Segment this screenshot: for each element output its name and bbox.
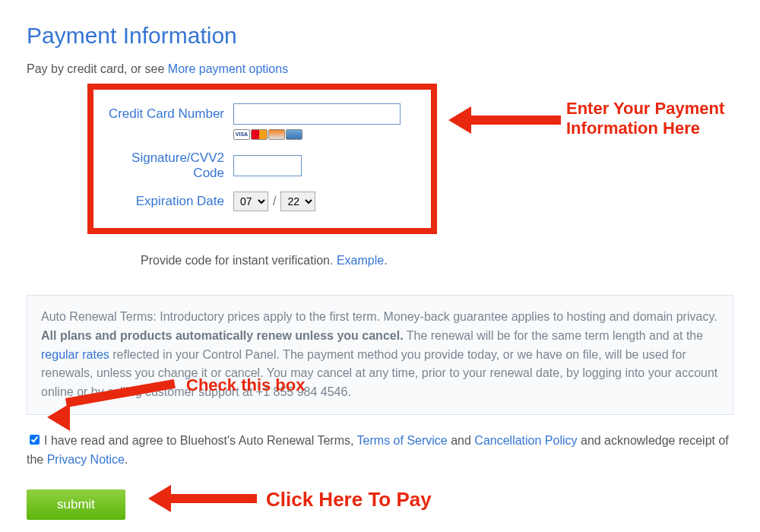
cc-number-input[interactable] (233, 103, 401, 125)
exp-month-select[interactable]: 07 (233, 192, 268, 211)
auto-renewal-terms-box: Auto Renewal Terms: Introductory prices … (27, 295, 733, 415)
annotation-text-payment: Enter Your Payment Information Here (566, 99, 724, 138)
page-title: Payment Information (27, 23, 733, 49)
regular-rates-link[interactable]: regular rates (41, 348, 109, 361)
expiration-label: Expiration Date (104, 194, 233, 209)
cvv-input[interactable] (233, 155, 302, 176)
cvv-label: Signature/CVV2 Code (104, 150, 233, 181)
card-brand-icons: VISA (233, 129, 302, 140)
mastercard-icon (251, 129, 268, 140)
credit-card-form: Credit Card Number VISA Signature/CVV2 C… (87, 84, 437, 234)
privacy-notice-link[interactable]: Privacy Notice (47, 453, 125, 466)
annotation-text-submit: Click Here To Pay (266, 488, 432, 511)
cancellation-policy-link[interactable]: Cancellation Policy (474, 434, 577, 447)
terms-of-service-link[interactable]: Terms of Service (357, 434, 448, 447)
more-payment-options-link[interactable]: More payment options (168, 62, 288, 75)
exp-year-select[interactable]: 22 (280, 192, 315, 211)
cc-number-label: Credit Card Number (104, 106, 233, 122)
pay-subhead: Pay by credit card, or see More payment … (27, 62, 733, 76)
agree-checkbox[interactable] (30, 435, 40, 445)
agree-line: I have read and agree to Bluehost's Auto… (27, 432, 733, 470)
exp-separator: / (273, 195, 276, 208)
amex-icon (286, 129, 302, 140)
submit-button[interactable]: submit (27, 489, 125, 520)
verify-text: Provide code for instant verification. E… (141, 254, 733, 268)
discover-icon (268, 129, 285, 140)
verify-example-link[interactable]: Example (337, 254, 384, 267)
pay-subhead-text: Pay by credit card, or see (27, 62, 168, 75)
visa-icon: VISA (233, 129, 250, 140)
